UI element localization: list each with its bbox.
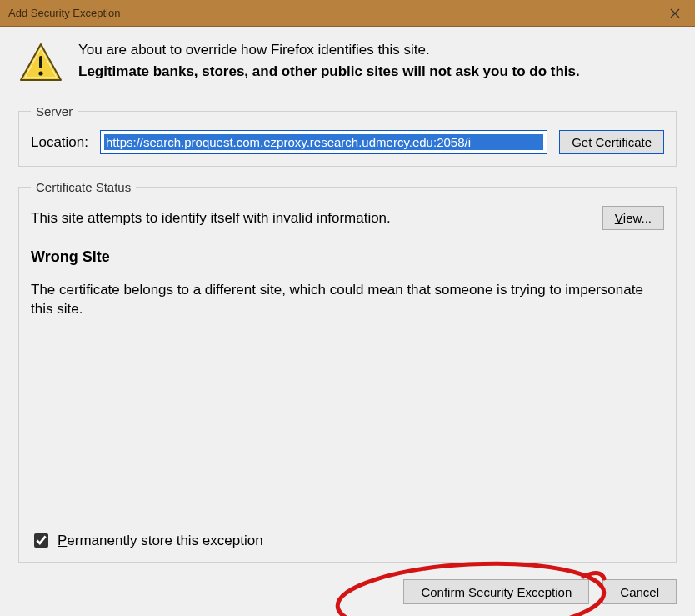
header-row: You are about to override how Firefox id… [18,42,677,86]
close-icon [670,8,680,18]
certificate-status-fieldset: Certificate Status This site attempts to… [18,180,677,563]
close-button[interactable] [657,0,693,26]
view-button[interactable]: View... [602,206,664,230]
dialog-body: You are about to override how Firefox id… [0,27,695,616]
header-line1: You are about to override how Firefox id… [78,42,677,58]
svg-point-5 [38,71,42,75]
window-title: Add Security Exception [8,7,657,19]
location-label: Location: [31,134,88,151]
cancel-button[interactable]: Cancel [602,579,677,604]
svg-rect-4 [39,56,42,68]
server-legend: Server [31,104,78,118]
location-input-text: https://search.proquest.com.ezproxy.rese… [104,134,543,150]
cert-explain: The certificate belongs to a different s… [31,281,664,319]
get-certificate-button[interactable]: Get Certificate [559,130,664,154]
permanently-store-checkbox[interactable] [34,533,48,548]
titlebar[interactable]: Add Security Exception [0,0,695,27]
server-fieldset: Server Location: https://search.proquest… [18,104,677,167]
wrong-site-heading: Wrong Site [31,248,664,266]
permanently-store-label: Permanently store this exception [58,533,263,549]
footer-buttons: Confirm Security Exception Cancel [18,579,677,604]
confirm-security-exception-button[interactable]: Confirm Security Exception [403,579,589,604]
cert-status-text: This site attempts to identify itself wi… [31,210,591,227]
header-text: You are about to override how Firefox id… [78,42,677,80]
header-line2: Legitimate banks, stores, and other publ… [78,63,677,80]
location-input[interactable]: https://search.proquest.com.ezproxy.rese… [100,130,548,154]
permanently-store-checkbox-row[interactable]: Permanently store this exception [31,531,664,550]
warning-icon [18,42,63,86]
cert-status-legend: Certificate Status [31,180,136,194]
